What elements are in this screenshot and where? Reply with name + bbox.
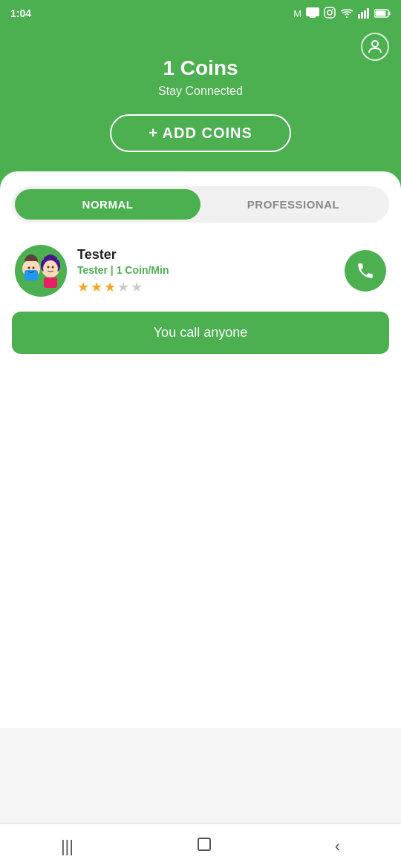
- wifi-icon: [340, 8, 353, 19]
- user-rate-prefix: Tester |: [77, 264, 117, 276]
- star-4: ★: [117, 279, 129, 295]
- phone-icon: [356, 261, 375, 280]
- nav-back-icon[interactable]: ‹: [320, 829, 355, 864]
- battery-icon: [374, 9, 391, 18]
- star-2: ★: [91, 279, 102, 295]
- profile-icon-button[interactable]: [361, 33, 389, 61]
- status-time: 1:04: [10, 7, 31, 19]
- user-rate: Tester | 1 Coin/Min: [77, 264, 334, 276]
- svg-point-4: [332, 9, 333, 10]
- svg-rect-0: [306, 7, 319, 16]
- status-icons: M: [293, 7, 391, 21]
- main-card: NORMAL PROFESSIONAL: [0, 171, 401, 728]
- svg-rect-10: [389, 12, 391, 16]
- nav-home-icon[interactable]: [180, 828, 228, 865]
- tab-normal[interactable]: NORMAL: [15, 189, 200, 220]
- tab-switcher: NORMAL PROFESSIONAL: [12, 186, 389, 223]
- nav-menu-icon[interactable]: |||: [46, 829, 88, 864]
- svg-rect-8: [367, 8, 369, 19]
- svg-marker-1: [309, 16, 316, 18]
- call-button[interactable]: [345, 250, 386, 292]
- svg-rect-2: [325, 7, 335, 18]
- call-banner[interactable]: You call anyone: [12, 312, 389, 354]
- star-1: ★: [77, 279, 89, 295]
- svg-rect-29: [198, 838, 210, 850]
- user-name: Tester: [77, 247, 334, 263]
- user-rate-value: 1 Coin/Min: [117, 264, 169, 276]
- status-bar: 1:04 M: [0, 0, 401, 27]
- svg-rect-26: [44, 277, 57, 288]
- svg-point-12: [372, 41, 378, 47]
- header: 1 Coins Stay Connected + ADD COINS: [0, 27, 401, 189]
- svg-point-3: [327, 10, 332, 15]
- svg-rect-6: [361, 12, 363, 19]
- star-5: ★: [131, 279, 143, 295]
- svg-rect-5: [358, 14, 360, 19]
- tab-professional[interactable]: PROFESSIONAL: [200, 189, 386, 220]
- user-info: Tester Tester | 1 Coin/Min ★ ★ ★ ★ ★: [77, 247, 334, 295]
- nav-bar: ||| ‹: [0, 823, 401, 868]
- svg-point-28: [52, 266, 54, 269]
- signal-icon: [358, 8, 370, 19]
- coins-title: 1 Coins: [15, 56, 386, 80]
- user-stars: ★ ★ ★ ★ ★: [77, 279, 334, 295]
- coins-subtitle: Stay Connected: [15, 85, 386, 98]
- svg-point-27: [48, 266, 50, 269]
- svg-rect-17: [25, 270, 38, 280]
- gmail-icon: M: [293, 8, 301, 19]
- user-avatar: [15, 245, 67, 297]
- star-3: ★: [104, 279, 116, 295]
- messages-icon: [306, 7, 319, 20]
- svg-rect-11: [376, 11, 386, 16]
- add-coins-button[interactable]: + ADD COINS: [110, 114, 291, 152]
- svg-point-19: [33, 267, 35, 269]
- svg-rect-7: [364, 10, 366, 19]
- svg-point-18: [28, 267, 30, 269]
- instagram-icon: [324, 7, 336, 21]
- user-list-item: Tester Tester | 1 Coin/Min ★ ★ ★ ★ ★: [12, 237, 389, 304]
- svg-rect-16: [25, 261, 38, 270]
- svg-point-25: [43, 260, 58, 277]
